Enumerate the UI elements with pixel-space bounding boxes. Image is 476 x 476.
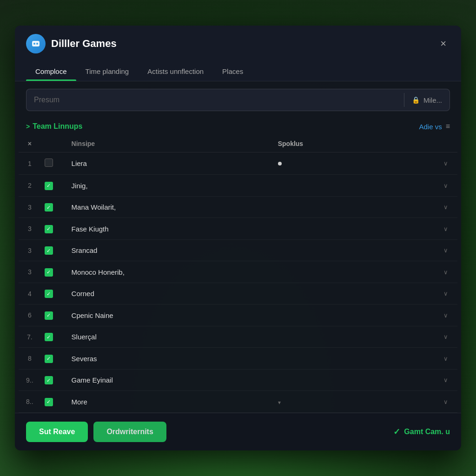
table-container: × Ninsipe Spoklus 1Liera∨2✓Jinig,∨3✓Mana… (19, 135, 457, 413)
row-number: 3 (19, 196, 41, 218)
row-checkbox-cell[interactable]: ✓ (41, 348, 64, 370)
col-name: Ninsipe (64, 135, 271, 152)
row-checkbox[interactable]: ✓ (45, 355, 53, 363)
row-checkbox-cell[interactable]: ✓ (41, 261, 64, 283)
row-name: Srancad (64, 239, 271, 261)
row-checkbox[interactable]: ✓ (45, 182, 53, 190)
row-name: More (64, 391, 271, 413)
row-checkbox[interactable]: ✓ (45, 311, 53, 320)
row-checkbox-cell[interactable]: ✓ (41, 304, 64, 326)
tab-comploce[interactable]: Comploce (26, 61, 76, 81)
row-chevron[interactable]: ∨ (392, 369, 457, 391)
row-checkbox-cell[interactable]: ✓ (41, 196, 64, 218)
check-icon: ✓ (393, 427, 400, 437)
row-status (271, 196, 393, 218)
row-status (271, 175, 393, 197)
footer-status: ✓ Gamt Cam. u (393, 427, 450, 437)
col-status: Spoklus (271, 135, 393, 152)
svg-point-1 (33, 43, 35, 45)
row-checkbox[interactable]: ✓ (45, 290, 53, 298)
row-number: 8 (19, 348, 41, 370)
search-right-label: Mile... (423, 96, 442, 104)
row-chevron[interactable]: ∨ (392, 152, 457, 175)
row-status (271, 152, 393, 175)
row-chevron[interactable]: ∨ (392, 391, 457, 413)
app-container: Dilller Games × Comploce Time planding A… (0, 0, 476, 476)
row-chevron[interactable]: ∨ (392, 348, 457, 370)
svg-rect-0 (32, 41, 40, 46)
row-status (271, 369, 393, 391)
app-logo (26, 34, 46, 53)
row-checkbox-cell[interactable]: ✓ (41, 326, 64, 348)
col-chevron (392, 135, 457, 152)
row-name: Fase Kiugth (64, 218, 271, 240)
search-input[interactable] (26, 89, 404, 111)
row-checkbox-cell[interactable]: ✓ (41, 369, 64, 391)
row-status (271, 239, 393, 261)
row-number: 4 (19, 283, 41, 304)
row-chevron[interactable]: ∨ (392, 196, 457, 218)
row-status (271, 348, 393, 370)
table-row: 3✓Monoco Honerib,∨ (19, 261, 457, 283)
col-checkbox (41, 135, 64, 152)
row-number: 9.. (19, 369, 41, 391)
table-row: 3✓Fase Kiugth∨ (19, 218, 457, 240)
row-chevron[interactable]: ∨ (392, 175, 457, 197)
row-checkbox[interactable]: ✓ (45, 398, 53, 406)
row-checkbox[interactable]: ✓ (45, 203, 53, 212)
row-chevron[interactable]: ∨ (392, 304, 457, 326)
header-left: Dilller Games (26, 34, 117, 53)
row-checkbox[interactable]: ✓ (45, 376, 53, 384)
table-row: 9..✓Game Eyinail∨ (19, 369, 457, 391)
row-checkbox[interactable]: ✓ (45, 246, 53, 255)
table-row: 3✓Srancad∨ (19, 239, 457, 261)
sut-reave-button[interactable]: Sut Reave (26, 422, 88, 442)
table-row: 7.✓Sluerçal∨ (19, 326, 457, 348)
row-status (271, 283, 393, 304)
tab-actists[interactable]: Actists unnflection (138, 61, 213, 81)
row-name: Cpenic Naine (64, 304, 271, 326)
table-header-row: × Ninsipe Spoklus (19, 135, 457, 152)
table-row: 8✓Severas∨ (19, 348, 457, 370)
row-checkbox-cell[interactable]: ✓ (41, 218, 64, 240)
row-name: Jinig, (64, 175, 271, 197)
row-checkbox-cell[interactable]: ✓ (41, 283, 64, 304)
row-checkbox[interactable]: ✓ (45, 225, 53, 233)
table-row: 8..✓More▾∨ (19, 391, 457, 413)
row-checkbox[interactable]: ✓ (45, 268, 53, 277)
row-name: Severas (64, 348, 271, 370)
ordwriternits-button[interactable]: Ordwriternits (93, 422, 166, 442)
tab-time-planding[interactable]: Time planding (76, 61, 139, 81)
row-number: 7. (19, 326, 41, 348)
row-checkbox-cell[interactable] (41, 152, 64, 175)
row-chevron[interactable]: ∨ (392, 283, 457, 304)
row-checkbox-cell[interactable]: ✓ (41, 239, 64, 261)
search-bar: 🔒 Mile... (26, 89, 450, 111)
modal-footer: Sut Reave Ordwriternits ✓ Gamt Cam. u (15, 413, 461, 450)
row-checkbox-cell[interactable]: ✓ (41, 175, 64, 197)
row-chevron[interactable]: ∨ (392, 326, 457, 348)
table-row: 2✓Jinig,∨ (19, 175, 457, 197)
row-chevron[interactable]: ∨ (392, 218, 457, 240)
tab-places[interactable]: Places (213, 61, 252, 81)
section-header: > Team Linnups Adie vs ≡ (15, 119, 461, 135)
lineup-table: × Ninsipe Spoklus 1Liera∨2✓Jinig,∨3✓Mana… (19, 135, 457, 413)
row-number: 3 (19, 261, 41, 283)
small-dropdown-arrow[interactable]: ▾ (278, 399, 281, 406)
row-checkbox[interactable]: ✓ (45, 333, 53, 341)
section-title[interactable]: > Team Linnups (26, 122, 82, 131)
row-number: 2 (19, 175, 41, 197)
row-checkbox[interactable] (45, 159, 53, 167)
table-row: 6✓Cpenic Naine∨ (19, 304, 457, 326)
filter-icon[interactable]: ≡ (446, 122, 450, 131)
row-name: Liera (64, 152, 271, 175)
close-button[interactable]: × (436, 37, 450, 51)
row-chevron[interactable]: ∨ (392, 239, 457, 261)
row-name: Corned (64, 283, 271, 304)
tabs-bar: Comploce Time planding Actists unnflecti… (15, 61, 461, 81)
row-status (271, 261, 393, 283)
svg-point-2 (36, 43, 38, 45)
row-chevron[interactable]: ∨ (392, 261, 457, 283)
row-checkbox-cell[interactable]: ✓ (41, 391, 64, 413)
table-row: 1Liera∨ (19, 152, 457, 175)
